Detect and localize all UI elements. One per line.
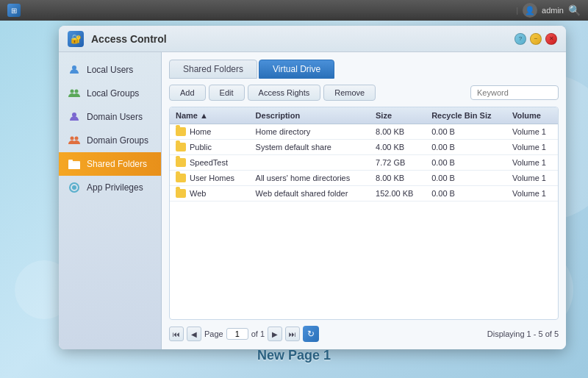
svg-rect-8: [68, 160, 73, 163]
sidebar-item-domain-groups[interactable]: Domain Groups: [59, 129, 161, 152]
window-app-icon: 🔐: [68, 31, 84, 47]
local-users-icon: [68, 63, 81, 76]
folder-icon: [176, 174, 186, 182]
svg-point-10: [72, 185, 76, 190]
sidebar-item-app-privileges[interactable]: App Privileges: [59, 176, 161, 199]
svg-rect-7: [68, 163, 80, 169]
folder-icon: [176, 143, 186, 151]
page-input[interactable]: [226, 328, 248, 340]
page-label: Page: [204, 329, 223, 338]
help-button[interactable]: ?: [514, 33, 526, 45]
table-row[interactable]: Home Home directory 8.00 KB 0.00 B Volum…: [170, 124, 558, 140]
sidebar-item-label: Domain Groups: [87, 135, 148, 146]
prev-page-button[interactable]: ◀: [187, 327, 201, 341]
folder-icon: [176, 189, 186, 198]
access-rights-button[interactable]: Access Rights: [248, 85, 321, 101]
next-page-button[interactable]: ▶: [268, 327, 282, 341]
col-volume[interactable]: Volume: [506, 107, 558, 124]
sidebar-item-label: App Privileges: [87, 182, 143, 193]
svg-point-5: [75, 137, 79, 140]
tab-shared-folders[interactable]: Shared Folders: [169, 60, 257, 79]
table-container: Name ▲ Description Size Recycle Bin Siz …: [169, 107, 559, 320]
sidebar-item-label: Domain Users: [87, 112, 143, 122]
refresh-button[interactable]: ↻: [303, 326, 319, 342]
edit-button[interactable]: Edit: [209, 85, 245, 101]
tabs: Shared Folders Virtual Drive: [169, 60, 559, 79]
col-size[interactable]: Size: [370, 107, 426, 124]
svg-point-2: [75, 90, 79, 93]
sidebar-item-domain-users[interactable]: Domain Users: [59, 105, 161, 129]
local-groups-icon: [68, 87, 81, 100]
window-controls: ? − ✕: [514, 33, 557, 45]
tab-virtual-drive[interactable]: Virtual Drive: [259, 60, 334, 79]
col-name[interactable]: Name ▲: [170, 107, 250, 124]
folder-icon: [176, 158, 186, 167]
sidebar-item-local-users[interactable]: Local Users: [59, 58, 161, 82]
shared-folders-icon: [68, 157, 81, 171]
sidebar-item-label: Local Groups: [87, 88, 139, 99]
minimize-button[interactable]: −: [530, 33, 542, 45]
last-page-button[interactable]: ⏭: [285, 327, 300, 341]
folder-icon: [176, 127, 186, 136]
page-title: Access Control: [91, 33, 507, 45]
table-row[interactable]: Public System default share 4.00 KB 0.00…: [170, 140, 558, 155]
window-body: Local Users Local Groups Domain Users Do…: [59, 52, 566, 349]
top-bar: | 👤 admin 🔍: [0, 0, 588, 21]
table-row[interactable]: User Homes All users' home directories 8…: [170, 171, 558, 186]
table-row[interactable]: SpeedTest 7.72 GB 0.00 B Volume 1: [170, 155, 558, 171]
admin-label: admin: [542, 6, 564, 15]
svg-point-1: [71, 90, 74, 93]
table-header-row: Name ▲ Description Size Recycle Bin Siz …: [170, 107, 558, 124]
sidebar-item-shared-folders[interactable]: Shared Folders: [59, 152, 161, 176]
search-input[interactable]: [470, 85, 559, 100]
sidebar-item-label: Shared Folders: [87, 159, 147, 169]
col-description[interactable]: Description: [250, 107, 370, 124]
bottom-label: New Page 1: [0, 348, 588, 363]
first-page-button[interactable]: ⏮: [169, 327, 184, 341]
user-icon: 👤: [523, 3, 537, 18]
close-button[interactable]: ✕: [545, 33, 557, 45]
pagination: ⏮ ◀ Page of 1 ▶ ⏭ ↻ Displaying 1 - 5 of …: [169, 326, 559, 342]
window-titlebar: 🔐 Access Control ? − ✕: [59, 26, 566, 52]
sidebar-item-label: Local Users: [87, 65, 133, 75]
svg-point-4: [71, 137, 74, 140]
app-privileges-icon: [68, 181, 81, 194]
toolbar: Add Edit Access Rights Remove: [169, 85, 559, 101]
table-row[interactable]: Web Web default shared folder 152.00 KB …: [170, 186, 558, 202]
main-content: Shared Folders Virtual Drive Add Edit Ac…: [162, 52, 566, 349]
sidebar: Local Users Local Groups Domain Users Do…: [59, 52, 162, 349]
folders-table: Name ▲ Description Size Recycle Bin Siz …: [170, 107, 558, 202]
remove-button[interactable]: Remove: [323, 85, 376, 101]
main-window: 🔐 Access Control ? − ✕ Local Users Local…: [59, 26, 566, 349]
display-count: Displaying 1 - 5 of 5: [487, 329, 559, 338]
app-icon: [7, 4, 21, 17]
add-button[interactable]: Add: [169, 85, 206, 101]
domain-groups-icon: [68, 134, 81, 147]
of-label: of 1: [251, 329, 265, 338]
domain-users-icon: [68, 110, 81, 124]
search-icon[interactable]: 🔍: [568, 4, 581, 16]
sidebar-item-local-groups[interactable]: Local Groups: [59, 82, 161, 105]
col-recycle-bin-size[interactable]: Recycle Bin Siz: [426, 107, 506, 124]
